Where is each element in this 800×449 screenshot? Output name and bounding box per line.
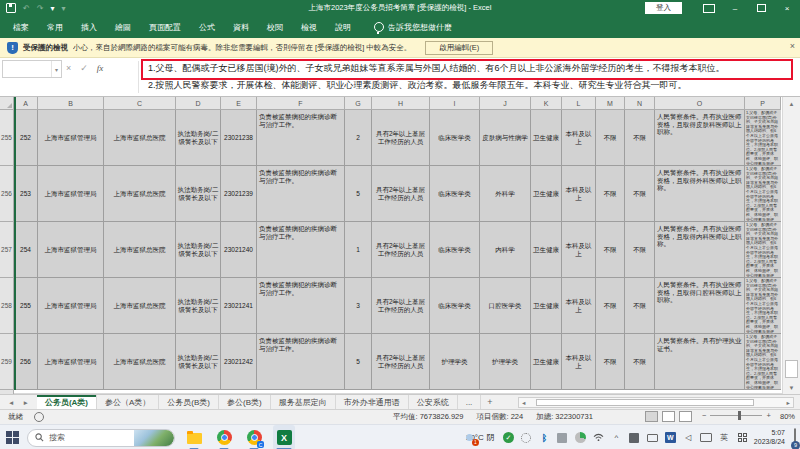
ime-language-indicator[interactable]: 英	[718, 431, 731, 444]
grid-cell[interactable]: 上海市监狱总医院	[104, 166, 176, 222]
bluetooth-icon[interactable]: ᛒ	[538, 431, 551, 444]
grid-cell[interactable]: 上海市监狱总医院	[104, 334, 176, 390]
row-header-255[interactable]: 255	[0, 110, 14, 166]
grid-cell[interactable]: 254	[14, 222, 38, 278]
grid-cell-remark-clipped[interactable]: 1.父母、配偶或子女已移居国(境)外的、子女或兄弟姐妹等直系亲属与外国人结婚的、…	[745, 278, 781, 334]
grid-cell[interactable]: 临床医学类	[430, 278, 480, 334]
grid-cell-remark-clipped[interactable]: 1.父母、配偶或子女已移居国(境)外的、子女或兄弟姐妹等直系亲属与外国人结婚的、…	[745, 334, 781, 390]
hidden-icons-caret[interactable]: ^	[610, 431, 623, 444]
enable-editing-button[interactable]: 啟用編輯(E)	[425, 41, 493, 55]
tray-dark-icon[interactable]	[628, 431, 641, 444]
sheet-tab-...[interactable]: ...	[458, 395, 482, 409]
grid-cell[interactable]: 3	[345, 278, 372, 334]
row-header-256[interactable]: 256	[0, 166, 14, 222]
insert-function-icon[interactable]: fx	[97, 63, 104, 73]
horizontal-scroll-thumb[interactable]	[536, 399, 754, 406]
grid-cell[interactable]: 护理学类	[430, 334, 480, 390]
grid-cell[interactable]: 不限	[625, 278, 655, 334]
ribbon-tab-說明[interactable]: 說明	[326, 16, 360, 38]
wifi-icon[interactable]	[592, 431, 605, 444]
grid-cell[interactable]: 不限	[625, 334, 655, 390]
formula-text-line2[interactable]: 2.按照人民警察要求，开展体检、体能测评、职业心理素质测评、政治考察。最低服务年…	[148, 79, 687, 92]
hscroll-right-icon[interactable]: ►	[784, 400, 793, 406]
ribbon-tab-插入[interactable]: 插入	[72, 16, 106, 38]
grid-cell[interactable]: 人民警察条件。具有执业医师资格，且取得外科医师以上职称。	[655, 166, 745, 222]
grid-cell[interactable]: 上海市监狱管理局	[38, 278, 104, 334]
ime-keyboard-icon[interactable]	[700, 431, 713, 444]
grid-cell[interactable]: 5	[345, 334, 372, 390]
name-box-dropdown-icon[interactable]: ▾	[51, 61, 61, 77]
grid-cell[interactable]: 256	[14, 334, 38, 390]
grid-cell[interactable]: 执法勤务岗/二级警长及以下	[176, 334, 221, 390]
sheet-tab-参公（A类）[interactable]: 参公（A类）	[97, 395, 159, 409]
column-header-O[interactable]: O	[655, 97, 745, 110]
grid-cell[interactable]: 不限	[625, 166, 655, 222]
grid-cell[interactable]: 本科及以上	[562, 278, 596, 334]
vertical-scroll-thumb[interactable]	[785, 360, 798, 378]
grid-cell[interactable]: 卫生健康	[531, 334, 562, 390]
grid-cell[interactable]: 不限	[625, 110, 655, 166]
save-icon[interactable]	[6, 3, 16, 13]
grid-cell[interactable]: 人民警察条件。具有执业医师资格，且取得内科医师以上职称。	[655, 222, 745, 278]
grid-cell[interactable]: 卫生健康	[531, 166, 562, 222]
grid-cell[interactable]: 上海市监狱管理局	[38, 222, 104, 278]
grid-cell[interactable]: 具有2年以上基层工作经历的人员	[372, 166, 430, 222]
grid-cell[interactable]: 负责被监禁病犯的疾病诊断与治疗工作。	[257, 222, 345, 278]
taskbar-chrome[interactable]	[213, 425, 235, 449]
zoom-slider[interactable]	[710, 415, 762, 416]
grid-cell[interactable]: 具有2年以上基层工作经历的人员	[372, 278, 430, 334]
grid-cell[interactable]: 不限	[596, 166, 625, 222]
ribbon-display-options-icon[interactable]	[696, 0, 722, 16]
column-header-J[interactable]: J	[480, 97, 531, 110]
grid-cell[interactable]: 上海市监狱管理局	[38, 110, 104, 166]
touch-mode-icon[interactable]: ▾	[50, 4, 54, 13]
grid-cell[interactable]: 23021239	[221, 166, 257, 222]
grid-cell[interactable]: 内科学	[480, 222, 531, 278]
normal-view-icon[interactable]	[645, 411, 658, 422]
taskbar-file-explorer[interactable]	[183, 425, 205, 449]
grid-cell[interactable]: 人民警察条件。具有执业医师资格，且取得口腔科医师以上职称。	[655, 278, 745, 334]
zoom-slider-thumb[interactable]	[738, 411, 741, 420]
row-header-259[interactable]: 259	[0, 334, 14, 390]
disk-usage-icon[interactable]	[574, 431, 587, 444]
grid-cell-remark-clipped[interactable]: 1.父母、配偶或子女已移居国(境)外的、子女或兄弟姐妹等直系亲属与外国人结婚的、…	[745, 110, 781, 166]
select-all-corner[interactable]	[0, 97, 14, 110]
zoom-percentage[interactable]: 80%	[780, 412, 795, 421]
grid-cell[interactable]: 上海市监狱总医院	[104, 278, 176, 334]
grid-cell[interactable]: 卫生健康	[531, 222, 562, 278]
grid-cell[interactable]: 不限	[625, 222, 655, 278]
grid-cell[interactable]: 人民警察条件。具有执业医师资格，且取得皮肤科医师以上职称。	[655, 110, 745, 166]
clock[interactable]: 5:07 2023/8/24	[754, 429, 785, 446]
formula-text-line1[interactable]: 1.父母、配偶或子女已移居国(境)外的、子女或兄弟姐妹等直系亲属与外国人结婚的、…	[148, 62, 725, 75]
grid-cell[interactable]: 卫生健康	[531, 110, 562, 166]
grid-cell[interactable]: 护理学类	[480, 334, 531, 390]
undo-icon[interactable]: ↶	[23, 4, 30, 13]
sheet-tab-公安系统[interactable]: 公安系统	[409, 395, 458, 409]
grid-cell[interactable]: 上海市监狱管理局	[38, 166, 104, 222]
ribbon-tab-資料[interactable]: 資料	[224, 16, 258, 38]
sheet-tab-参公(B类)[interactable]: 参公(B类)	[219, 395, 271, 409]
scroll-up-icon[interactable]: ▲	[783, 97, 800, 110]
grid-cell[interactable]: 23021242	[221, 334, 257, 390]
word-icon[interactable]: W	[664, 431, 677, 444]
hscroll-left-icon[interactable]: ◄	[519, 400, 528, 406]
enter-icon[interactable]: ✓	[80, 63, 88, 73]
grid-cell[interactable]: 负责被监禁病犯的疾病诊断与治疗工作。	[257, 166, 345, 222]
grid-cell[interactable]: 不限	[596, 278, 625, 334]
column-header-L[interactable]: L	[562, 97, 596, 110]
grid-cell[interactable]: 卫生健康	[531, 278, 562, 334]
horizontal-scrollbar[interactable]: ◄ ►	[518, 397, 794, 408]
ribbon-tab-頁面配置[interactable]: 頁面配置	[140, 16, 190, 38]
column-header-A[interactable]: A	[14, 97, 38, 110]
grid-cell[interactable]: 执法勤务岗/二级警长及以下	[176, 166, 221, 222]
grid-cell[interactable]: 临床医学类	[430, 222, 480, 278]
grid-cell[interactable]: 2	[345, 110, 372, 166]
grid-cell-remark-clipped[interactable]: 1.父母、配偶或子女已移居国(境)外的、子女或兄弟姐妹等直系亲属与外国人结婚的、…	[745, 222, 781, 278]
grid-cell[interactable]: 临床医学类	[430, 166, 480, 222]
ribbon-tab-常用[interactable]: 常用	[38, 16, 72, 38]
grid-cell[interactable]: 人民警察条件。具有护理执业证书。	[655, 334, 745, 390]
grid-cell-remark-clipped[interactable]: 1.父母、配偶或子女已移居国(境)外的、子女或兄弟姐妹等直系亲属与外国人结婚的、…	[745, 166, 781, 222]
column-header-B[interactable]: B	[38, 97, 104, 110]
row-header-257[interactable]: 257	[0, 222, 14, 278]
column-header-H[interactable]: H	[372, 97, 430, 110]
